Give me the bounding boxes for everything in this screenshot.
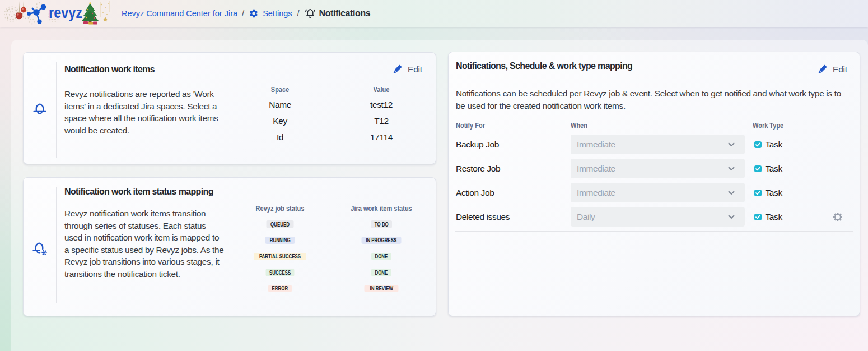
- svg-text:revyz: revyz: [49, 4, 82, 21]
